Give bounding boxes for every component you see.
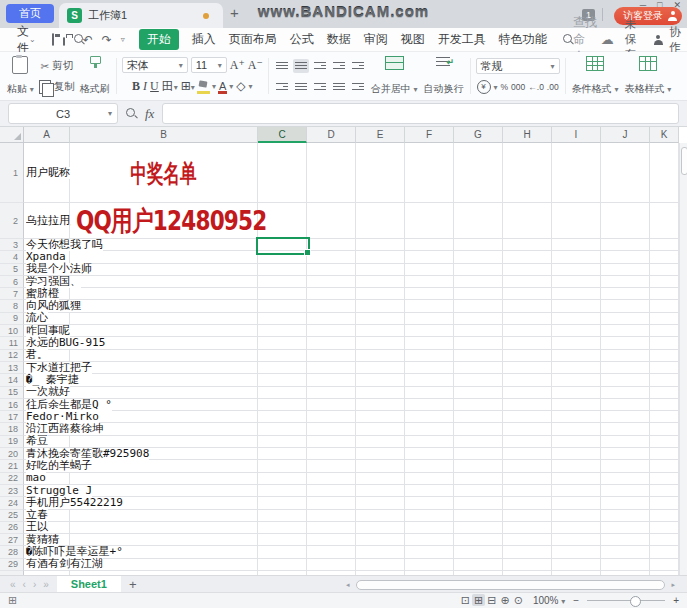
bold-button[interactable]: B [132,79,140,94]
cell-C15[interactable] [258,387,307,399]
row-header-13[interactable]: 13 [0,362,24,374]
cell-J11[interactable] [601,337,650,349]
cell-E23[interactable] [356,485,405,497]
cell-K25[interactable] [650,510,679,522]
row-header-24[interactable]: 24 [0,497,24,509]
name-box[interactable]: C3 ▾ [8,103,118,124]
cell-C21[interactable] [258,460,307,472]
row-header-6[interactable]: 6 [0,276,24,288]
ribbon-tab-公式[interactable]: 公式 [290,31,314,48]
cell-E28[interactable] [356,546,405,558]
copy-button[interactable]: 复制 [39,80,75,94]
cell-E2[interactable] [356,203,405,239]
cell-I18[interactable] [552,423,601,435]
cell-C5[interactable] [258,264,307,276]
cell-G22[interactable] [454,473,503,485]
sheet-nav-icon-1[interactable]: ‹ [23,579,26,590]
cell-K6[interactable] [650,276,679,288]
cell-H4[interactable] [503,251,552,263]
cell-C13[interactable] [258,362,307,374]
cell-G16[interactable] [454,399,503,411]
cell-C28[interactable] [258,546,307,558]
cell-B26[interactable] [70,522,258,534]
cell-H13[interactable] [503,362,552,374]
cell-F3[interactable] [405,239,454,251]
cell-H22[interactable] [503,473,552,485]
distributed-button[interactable] [350,80,366,94]
align-center-button[interactable] [293,80,309,94]
cell-I7[interactable] [552,288,601,300]
cell-H20[interactable] [503,448,552,460]
cell-E7[interactable] [356,288,405,300]
cell-J6[interactable] [601,276,650,288]
cell-F11[interactable] [405,337,454,349]
cell-I15[interactable] [552,387,601,399]
decrease-decimal-button[interactable]: .00 [547,82,559,92]
file-menu-caret-icon[interactable]: ⌄ [29,35,36,44]
cell-G17[interactable] [454,411,503,423]
borders-button[interactable]: 田▾ [162,78,178,95]
cell-D24[interactable] [307,497,356,509]
cell-B25[interactable] [70,510,258,522]
cell-D18[interactable] [307,423,356,435]
row-header-21[interactable]: 21 [0,460,24,472]
align-middle-button[interactable] [293,59,309,73]
font-size-select[interactable]: 11▾ [191,57,227,73]
eraser-caret-icon[interactable]: ▾ [248,82,252,91]
selected-cell-outline[interactable] [256,237,310,255]
cell-I12[interactable] [552,350,601,362]
cell-K15[interactable] [650,387,679,399]
cell-H2[interactable] [503,203,552,239]
cell-J9[interactable] [601,313,650,325]
cell-G19[interactable] [454,436,503,448]
cell-K12[interactable] [650,350,679,362]
cell-G6[interactable] [454,276,503,288]
cell-F23[interactable] [405,485,454,497]
eraser-button[interactable]: ◇ [236,79,245,94]
cell-K1[interactable] [650,143,679,203]
cell-B4[interactable] [70,251,258,263]
cell-K11[interactable] [650,337,679,349]
cell-I5[interactable] [552,264,601,276]
cell-H8[interactable] [503,300,552,312]
view-mode-icon-1[interactable]: ⊞ [472,594,485,606]
thousands-button[interactable]: 000 [511,82,525,92]
cell-F12[interactable] [405,350,454,362]
cell-B22[interactable] [70,473,258,485]
cell-G11[interactable] [454,337,503,349]
cell-I23[interactable] [552,485,601,497]
add-sheet-button[interactable]: + [121,577,145,592]
cell-D28[interactable] [307,546,356,558]
merge-center-button[interactable]: 合并居中 ▾ [368,55,421,97]
cell-F7[interactable] [405,288,454,300]
zoom-slider[interactable] [587,596,665,606]
cell-K26[interactable] [650,522,679,534]
cell-F28[interactable] [405,546,454,558]
cell-I6[interactable] [552,276,601,288]
cell-C24[interactable] [258,497,307,509]
cell-J18[interactable] [601,423,650,435]
cell-B14[interactable] [70,374,258,386]
cell-F5[interactable] [405,264,454,276]
cell-I27[interactable] [552,534,601,546]
cell-H23[interactable] [503,485,552,497]
view-mode-icon-4[interactable]: ⊙ [512,594,525,606]
cell-G20[interactable] [454,448,503,460]
cell-I26[interactable] [552,522,601,534]
cell-I25[interactable] [552,510,601,522]
cell-F24[interactable] [405,497,454,509]
cell-J4[interactable] [601,251,650,263]
cell-I11[interactable] [552,337,601,349]
cell-D13[interactable] [307,362,356,374]
cell-F29[interactable] [405,559,454,571]
cell-C12[interactable] [258,350,307,362]
cell-D1[interactable] [307,143,356,203]
cell-G1[interactable] [454,143,503,203]
row-header-20[interactable]: 20 [0,448,24,460]
cell-I13[interactable] [552,362,601,374]
cell-I10[interactable] [552,325,601,337]
cell-H11[interactable] [503,337,552,349]
cell-D27[interactable] [307,534,356,546]
cell-J16[interactable] [601,399,650,411]
cell-G2[interactable] [454,203,503,239]
